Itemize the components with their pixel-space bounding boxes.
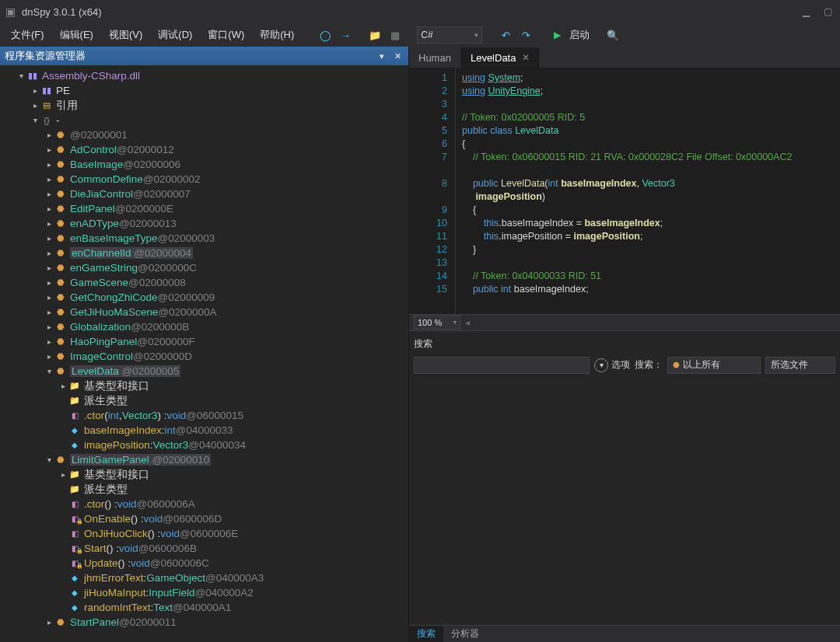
minimize-button[interactable]: ▁	[796, 4, 815, 19]
editor-tabs: Human LevelData✕	[409, 47, 840, 68]
start-label[interactable]: 启动	[569, 28, 590, 42]
tree-type[interactable]: ▸⬣Globalization @0200000B	[0, 319, 408, 334]
tree-method-ctor[interactable]: ◧.ctor(int, Vector3) : void @06000015	[0, 408, 408, 423]
menu-file[interactable]: 文件(F)	[3, 25, 52, 45]
tree-type[interactable]: ▸⬣HaoPingPanel @0200000F	[0, 334, 408, 349]
bottom-tab-analyzer[interactable]: 分析器	[443, 626, 487, 643]
language-selector[interactable]: C# ▾	[417, 26, 482, 44]
chevron-down-icon: ▾	[474, 31, 478, 39]
tree-namespace[interactable]: ▾{}-	[0, 113, 408, 127]
search-title: 搜索	[414, 336, 835, 355]
tree-method[interactable]: ◧Start() : void @0600006B	[0, 541, 408, 556]
tree-type[interactable]: ▸⬣GetChongZhiCode @02000009	[0, 290, 408, 305]
options-button[interactable]: ▾选项	[594, 358, 630, 372]
search-button[interactable]: 🔍	[605, 27, 621, 43]
forward-button[interactable]: →	[338, 27, 353, 43]
tree-field-baseimageindex[interactable]: ◆baseImageIndex : int @04000033	[0, 423, 408, 438]
tree-base-types[interactable]: ▸📁基类型和接口	[0, 467, 408, 482]
panel-dropdown-button[interactable]: ▾	[376, 50, 388, 62]
tree-base-types[interactable]: ▸📁基类型和接口	[0, 379, 408, 393]
assembly-explorer-panel: 程序集资源管理器 ▾ ✕ ▾▮▮Assembly-CSharp.dll ▸▮▮P…	[0, 47, 408, 642]
menu-help[interactable]: 帮助(H)	[252, 25, 302, 45]
tree-field[interactable]: ◆randomIntText : Text @040000A1	[0, 600, 408, 615]
menu-bar: 文件(F) 编辑(E) 视图(V) 调试(D) 窗口(W) 帮助(H) ◯ → …	[0, 23, 840, 47]
toolbar: ◯ → 📁 ▦ C# ▾ ↶ ↷ ▶ 启动 🔍	[317, 26, 621, 44]
tree-derived-types[interactable]: 📁派生类型	[0, 482, 408, 497]
zoom-bar: 100 %▾ ◂	[409, 314, 840, 331]
tree-type[interactable]: ▸⬣EditPanel @0200000E	[0, 201, 408, 216]
menu-view[interactable]: 视图(V)	[101, 25, 150, 45]
panel-header: 程序集资源管理器 ▾ ✕	[0, 47, 408, 65]
tree-field[interactable]: ◆jiHuoMaInput : InputField @040000A2	[0, 585, 408, 600]
search-label: 搜索：	[635, 358, 663, 372]
panel-title: 程序集资源管理器	[5, 49, 86, 63]
tree-type-limitgamepanel[interactable]: ▾⬣LimitGamePanel @02000010	[0, 452, 408, 467]
tree-type[interactable]: ▸⬣BaseImage @02000006	[0, 157, 408, 172]
tree-assembly-root[interactable]: ▾▮▮Assembly-CSharp.dll	[0, 68, 408, 83]
editor-panel: Human LevelData✕ 123456789101112131415 u…	[408, 47, 840, 642]
panel-close-button[interactable]: ✕	[391, 50, 404, 62]
search-input[interactable]	[414, 357, 590, 374]
search-scope-selector[interactable]: 所选文件	[765, 357, 835, 374]
tree-type-leveldata[interactable]: ▾⬣LevelData @02000005	[0, 364, 408, 379]
start-button[interactable]: ▶	[549, 27, 565, 43]
tree-type[interactable]: ▸⬣CommonDefine @02000002	[0, 172, 408, 187]
language-value: C#	[421, 30, 432, 40]
tab-leveldata[interactable]: LevelData✕	[461, 47, 541, 68]
tree-method[interactable]: ◧OnJiHuoClick() : void @0600006E	[0, 526, 408, 541]
menu-edit[interactable]: 编辑(E)	[52, 25, 101, 45]
tree-field[interactable]: ◆jhmErrorText : GameObject @040000A3	[0, 570, 408, 585]
tree-type[interactable]: ▸⬣ @02000001	[0, 127, 408, 142]
open-button[interactable]: 📁	[367, 27, 383, 43]
tree-type[interactable]: ▸⬣enChannelId @02000004	[0, 246, 408, 260]
tree-type[interactable]: ▸⬣enGameString @0200000C	[0, 260, 408, 275]
tree-type[interactable]: ▸⬣GameScene @02000008	[0, 275, 408, 290]
bottom-tabs: 搜索 分析器	[409, 625, 840, 642]
tree-type[interactable]: ▸⬣GetJiHuoMaScene @0200000A	[0, 305, 408, 319]
tree-references[interactable]: ▸▤引用	[0, 98, 408, 113]
tree-type[interactable]: ▸⬣enBaseImageType @02000003	[0, 231, 408, 246]
tree-method[interactable]: ◧Update() : void @0600006C	[0, 556, 408, 570]
search-results[interactable]	[409, 380, 840, 626]
menu-window[interactable]: 窗口(W)	[200, 25, 252, 45]
tree-field-imageposition[interactable]: ◆imagePosition : Vector3 @04000034	[0, 438, 408, 452]
tab-human[interactable]: Human	[409, 47, 461, 68]
tree-method[interactable]: ◧OnEnable() : void @0600006D	[0, 511, 408, 526]
tree-type[interactable]: ▸⬣ImageControl @0200000D	[0, 349, 408, 364]
bottom-tab-search[interactable]: 搜索	[409, 626, 443, 643]
tree-method[interactable]: ◧.ctor() : void @0600006A	[0, 497, 408, 511]
redo-button[interactable]: ↷	[518, 27, 534, 43]
tree-type[interactable]: ▸⬣AdControl @02000012	[0, 142, 408, 157]
tree-type[interactable]: ▸⬣enADType @02000013	[0, 216, 408, 231]
tree-derived-types[interactable]: 📁派生类型	[0, 393, 408, 408]
search-type-selector[interactable]: ⬣以上所有	[667, 357, 761, 374]
close-icon[interactable]: ✕	[522, 52, 530, 63]
app-title: dnSpy 3.0.1 (x64)	[22, 6, 102, 18]
zoom-selector[interactable]: 100 %▾	[414, 316, 460, 330]
search-panel: 搜索 ▾选项 搜索： ⬣以上所有 所选文件	[409, 331, 840, 380]
maximize-button[interactable]: ▢	[818, 4, 837, 19]
app-icon: ▣	[3, 5, 17, 19]
tree-type[interactable]: ▸⬣DieJiaControl @02000007	[0, 187, 408, 201]
line-gutter: 123456789101112131415	[409, 68, 456, 314]
tree-pe[interactable]: ▸▮▮PE	[0, 83, 408, 98]
tree-type-startpanel[interactable]: ▸⬣StartPanel @02000011	[0, 615, 408, 630]
menu-debug[interactable]: 调试(D)	[150, 25, 200, 45]
code-editor[interactable]: using System; using UnityEngine; // Toke…	[456, 68, 840, 314]
back-button[interactable]: ◯	[317, 27, 333, 43]
title-bar: ▣ dnSpy 3.0.1 (x64) ▁ ▢	[0, 0, 840, 23]
assembly-tree[interactable]: ▾▮▮Assembly-CSharp.dll ▸▮▮PE ▸▤引用 ▾{}- ▸…	[0, 65, 408, 642]
undo-button[interactable]: ↶	[498, 27, 513, 43]
save-button[interactable]: ▦	[387, 27, 403, 43]
